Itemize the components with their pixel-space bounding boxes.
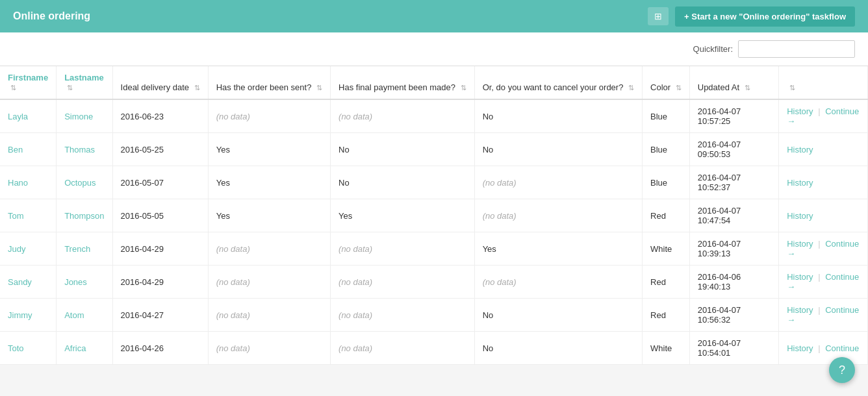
actions-cell[interactable]: History | Continue →: [779, 266, 868, 299]
col-delivery-sort[interactable]: ⇅: [194, 84, 200, 92]
col-actions: ⇅: [779, 66, 868, 99]
color-cell: Red: [643, 199, 690, 232]
col-color: Color ⇅: [643, 66, 690, 99]
col-actions-sort[interactable]: ⇅: [789, 84, 795, 92]
delivery-date-cell: 2016-04-27: [112, 299, 208, 332]
cancel-order-cell: (no data): [474, 199, 642, 232]
delivery-date-cell: 2016-04-26: [112, 332, 208, 365]
updated-at-cell: 2016-04-07 10:47:54: [689, 199, 778, 232]
action-separator: |: [816, 272, 823, 282]
color-cell: Red: [643, 299, 690, 332]
col-updated-at: Updated At ⇅: [689, 66, 778, 99]
firstname-cell[interactable]: Ben: [0, 133, 57, 166]
firstname-cell[interactable]: Jimmy: [0, 299, 57, 332]
firstname-cell[interactable]: Toto: [0, 332, 57, 365]
actions-cell[interactable]: History: [779, 166, 868, 199]
quickfilter-label: Quickfilter:: [693, 44, 733, 54]
col-order-sent: Has the order been sent? ⇅: [208, 66, 330, 99]
lastname-cell[interactable]: Simone: [57, 99, 112, 133]
action-separator: |: [816, 106, 823, 116]
table-row: TotoAfrica2016-04-26(no data)(no data)No…: [0, 332, 868, 365]
continue-link[interactable]: Continue: [825, 343, 859, 353]
header-actions: ⊞ + Start a new "Online ordering" taskfl…: [648, 6, 855, 27]
col-cancel-order-label: Or, do you want to cancel your order?: [483, 82, 624, 92]
firstname-cell[interactable]: Sandy: [0, 266, 57, 299]
order-sent-cell: (no data): [208, 232, 330, 266]
grid-icon: ⊞: [654, 11, 662, 21]
lastname-cell[interactable]: Africa: [57, 332, 112, 365]
color-cell: White: [643, 332, 690, 365]
order-sent-cell: Yes: [208, 199, 330, 232]
delivery-date-cell: 2016-05-07: [112, 166, 208, 199]
firstname-cell[interactable]: Hano: [0, 166, 57, 199]
cancel-order-cell: No: [474, 299, 642, 332]
order-sent-cell: (no data): [208, 99, 330, 133]
table-header-row: Firstname ⇅ Lastname ⇅ Ideal delivery da…: [0, 66, 868, 99]
lastname-cell[interactable]: Thompson: [57, 199, 112, 232]
color-cell: Blue: [643, 133, 690, 166]
history-link[interactable]: History: [787, 145, 813, 155]
history-link[interactable]: History: [787, 178, 813, 188]
actions-cell[interactable]: History: [779, 133, 868, 166]
delivery-date-cell: 2016-05-05: [112, 199, 208, 232]
history-link[interactable]: History: [787, 211, 813, 221]
cancel-order-cell: No: [474, 133, 642, 166]
col-firstname-sort[interactable]: ⇅: [10, 84, 16, 92]
table-row: SandyJones2016-04-29(no data)(no data)(n…: [0, 266, 868, 299]
new-taskflow-button[interactable]: + Start a new "Online ordering" taskflow: [675, 6, 855, 27]
col-cancel-order-sort[interactable]: ⇅: [628, 84, 634, 92]
table-row: BenThomas2016-05-25YesNoNoBlue2016-04-07…: [0, 133, 868, 166]
col-updated-at-sort[interactable]: ⇅: [745, 84, 750, 92]
action-separator: |: [816, 239, 823, 249]
actions-cell[interactable]: History | Continue: [779, 332, 868, 365]
updated-at-cell: 2016-04-07 10:39:13: [689, 232, 778, 266]
table-row: JudyTrench2016-04-29(no data)(no data)Ye…: [0, 232, 868, 266]
order-sent-cell: Yes: [208, 166, 330, 199]
history-link[interactable]: History: [787, 239, 813, 249]
menu-icon-button[interactable]: ⊞: [648, 7, 669, 25]
firstname-cell[interactable]: Layla: [0, 99, 57, 133]
lastname-cell[interactable]: Trench: [57, 232, 112, 266]
app-title: Online ordering: [13, 10, 90, 22]
final-payment-cell: (no data): [331, 99, 475, 133]
updated-at-cell: 2016-04-07 10:56:32: [689, 299, 778, 332]
updated-at-cell: 2016-04-07 10:54:01: [689, 332, 778, 365]
col-order-sent-sort[interactable]: ⇅: [316, 84, 322, 92]
col-delivery-date: Ideal delivery date ⇅: [112, 66, 208, 99]
col-color-sort[interactable]: ⇅: [676, 84, 682, 92]
color-cell: Blue: [643, 166, 690, 199]
lastname-cell[interactable]: Octopus: [57, 166, 112, 199]
action-separator: |: [816, 343, 823, 353]
lastname-cell[interactable]: Atom: [57, 299, 112, 332]
quickfilter-input[interactable]: [738, 40, 855, 58]
final-payment-cell: No: [331, 133, 475, 166]
lastname-cell[interactable]: Thomas: [57, 133, 112, 166]
table-row: HanoOctopus2016-05-07YesNo(no data)Blue2…: [0, 166, 868, 199]
col-lastname-sort[interactable]: ⇅: [67, 84, 73, 92]
actions-cell[interactable]: History: [779, 199, 868, 232]
col-order-sent-label: Has the order been sent?: [216, 82, 312, 92]
toolbar: Quickfilter:: [0, 32, 868, 66]
history-link[interactable]: History: [787, 272, 813, 282]
col-color-label: Color: [650, 82, 670, 92]
history-link[interactable]: History: [787, 106, 813, 116]
delivery-date-cell: 2016-04-29: [112, 266, 208, 299]
actions-cell[interactable]: History | Continue →: [779, 99, 868, 133]
table-row: JimmyAtom2016-04-27(no data)(no data)NoR…: [0, 299, 868, 332]
header: Online ordering ⊞ + Start a new "Online …: [0, 0, 868, 32]
lastname-cell[interactable]: Jones: [57, 266, 112, 299]
actions-cell[interactable]: History | Continue →: [779, 299, 868, 332]
cancel-order-cell: (no data): [474, 166, 642, 199]
order-sent-cell: (no data): [208, 332, 330, 365]
firstname-cell[interactable]: Judy: [0, 232, 57, 266]
firstname-cell[interactable]: Tom: [0, 199, 57, 232]
delivery-date-cell: 2016-06-23: [112, 99, 208, 133]
order-sent-cell: (no data): [208, 266, 330, 299]
history-link[interactable]: History: [787, 343, 813, 353]
table-row: TomThompson2016-05-05YesYes(no data)Red2…: [0, 199, 868, 232]
col-firstname: Firstname ⇅: [0, 66, 57, 99]
cancel-order-cell: Yes: [474, 232, 642, 266]
history-link[interactable]: History: [787, 305, 813, 315]
col-final-payment-sort[interactable]: ⇅: [461, 84, 466, 92]
actions-cell[interactable]: History | Continue →: [779, 232, 868, 266]
